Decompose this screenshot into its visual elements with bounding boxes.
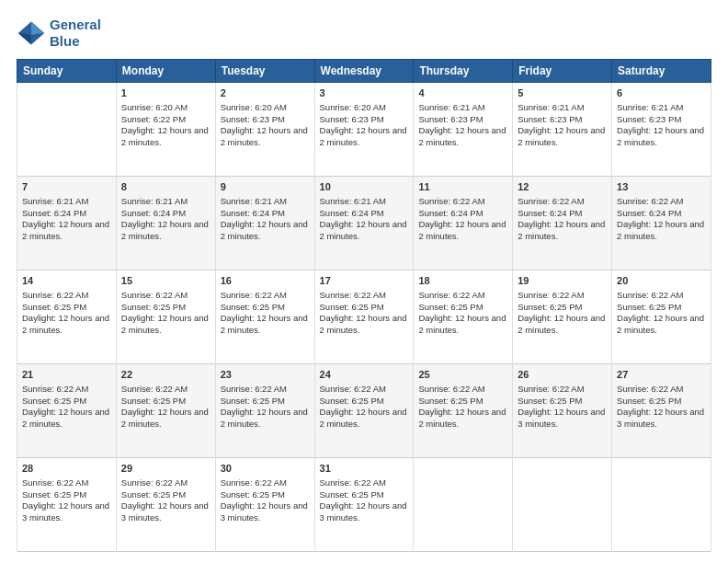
sunrise-text: Sunrise: 6:22 AM	[221, 290, 310, 302]
sunrise-text: Sunrise: 6:22 AM	[320, 477, 409, 489]
daylight-text: Daylight: 12 hours and 2 minutes.	[418, 313, 507, 337]
day-number: 15	[121, 274, 210, 288]
sunrise-text: Sunrise: 6:21 AM	[121, 196, 210, 208]
sunrise-text: Sunrise: 6:22 AM	[221, 384, 310, 396]
logo-icon	[17, 18, 46, 48]
sunrise-text: Sunrise: 6:22 AM	[617, 196, 706, 208]
day-cell: 16Sunrise: 6:22 AMSunset: 6:25 PMDayligh…	[215, 270, 314, 364]
daylight-text: Daylight: 12 hours and 3 minutes.	[320, 500, 409, 524]
sunrise-text: Sunrise: 6:21 AM	[418, 102, 507, 114]
svg-marker-2	[18, 33, 31, 44]
day-cell: 28Sunrise: 6:22 AMSunset: 6:25 PMDayligh…	[17, 458, 117, 552]
daylight-text: Daylight: 12 hours and 3 minutes.	[617, 407, 706, 431]
day-cell: 20Sunrise: 6:22 AMSunset: 6:25 PMDayligh…	[612, 270, 711, 364]
sunset-text: Sunset: 6:24 PM	[518, 208, 607, 220]
day-cell: 8Sunrise: 6:21 AMSunset: 6:24 PMDaylight…	[116, 177, 215, 270]
day-cell: 27Sunrise: 6:22 AMSunset: 6:25 PMDayligh…	[612, 364, 711, 458]
day-number: 27	[617, 368, 706, 382]
sunrise-text: Sunrise: 6:22 AM	[418, 290, 507, 302]
sunrise-text: Sunrise: 6:22 AM	[518, 384, 607, 396]
daylight-text: Daylight: 12 hours and 2 minutes.	[320, 125, 409, 149]
daylight-text: Daylight: 12 hours and 2 minutes.	[518, 125, 607, 149]
page: General Blue SundayMondayTuesdayWednesda…	[0, 0, 728, 563]
daylight-text: Daylight: 12 hours and 2 minutes.	[418, 219, 507, 243]
sunset-text: Sunset: 6:24 PM	[221, 208, 310, 220]
day-cell: 6Sunrise: 6:21 AMSunset: 6:23 PMDaylight…	[612, 83, 711, 177]
day-cell	[513, 458, 612, 552]
week-row-2: 7Sunrise: 6:21 AMSunset: 6:24 PMDaylight…	[17, 177, 711, 270]
day-number: 20	[617, 274, 706, 288]
day-number: 2	[221, 86, 310, 100]
sunrise-text: Sunrise: 6:20 AM	[121, 102, 210, 114]
sunrise-text: Sunrise: 6:22 AM	[418, 196, 507, 208]
logo-general: General	[50, 17, 101, 32]
day-cell: 30Sunrise: 6:22 AMSunset: 6:25 PMDayligh…	[215, 458, 314, 552]
day-cell: 15Sunrise: 6:22 AMSunset: 6:25 PMDayligh…	[116, 270, 215, 364]
sunrise-text: Sunrise: 6:22 AM	[22, 384, 111, 396]
calendar-table: SundayMondayTuesdayWednesdayThursdayFrid…	[17, 59, 711, 552]
daylight-text: Daylight: 12 hours and 2 minutes.	[22, 407, 111, 431]
day-number: 4	[418, 86, 507, 100]
week-row-3: 14Sunrise: 6:22 AMSunset: 6:25 PMDayligh…	[17, 270, 711, 364]
day-number: 23	[221, 368, 310, 382]
daylight-text: Daylight: 12 hours and 2 minutes.	[617, 313, 706, 337]
daylight-text: Daylight: 12 hours and 2 minutes.	[518, 313, 607, 337]
sunset-text: Sunset: 6:23 PM	[221, 114, 310, 126]
day-number: 7	[22, 180, 111, 194]
daylight-text: Daylight: 12 hours and 2 minutes.	[221, 125, 310, 149]
sunrise-text: Sunrise: 6:22 AM	[121, 477, 210, 489]
week-row-4: 21Sunrise: 6:22 AMSunset: 6:25 PMDayligh…	[17, 364, 711, 458]
day-number: 12	[518, 180, 607, 194]
day-number: 10	[320, 180, 409, 194]
daylight-text: Daylight: 12 hours and 2 minutes.	[617, 125, 706, 149]
day-cell	[414, 458, 513, 552]
day-cell: 14Sunrise: 6:22 AMSunset: 6:25 PMDayligh…	[17, 270, 117, 364]
sunrise-text: Sunrise: 6:22 AM	[121, 290, 210, 302]
logo-text: General Blue	[50, 17, 101, 50]
sunrise-text: Sunrise: 6:21 AM	[320, 196, 409, 208]
day-number: 28	[22, 462, 111, 476]
day-number: 9	[221, 180, 310, 194]
day-number: 8	[121, 180, 210, 194]
sunrise-text: Sunrise: 6:22 AM	[320, 290, 409, 302]
col-header-tuesday: Tuesday	[215, 60, 314, 83]
day-number: 16	[221, 274, 310, 288]
sunrise-text: Sunrise: 6:21 AM	[22, 196, 111, 208]
sunrise-text: Sunrise: 6:22 AM	[418, 384, 507, 396]
sunrise-text: Sunrise: 6:21 AM	[221, 196, 310, 208]
daylight-text: Daylight: 12 hours and 2 minutes.	[121, 407, 210, 431]
day-cell: 9Sunrise: 6:21 AMSunset: 6:24 PMDaylight…	[215, 177, 314, 270]
day-number: 19	[518, 274, 607, 288]
daylight-text: Daylight: 12 hours and 2 minutes.	[221, 219, 310, 243]
daylight-text: Daylight: 12 hours and 2 minutes.	[518, 219, 607, 243]
sunset-text: Sunset: 6:25 PM	[418, 302, 507, 314]
day-cell: 1Sunrise: 6:20 AMSunset: 6:22 PMDaylight…	[116, 83, 215, 177]
day-cell: 18Sunrise: 6:22 AMSunset: 6:25 PMDayligh…	[414, 270, 513, 364]
day-number: 5	[518, 86, 607, 100]
day-number: 31	[320, 462, 409, 476]
sunrise-text: Sunrise: 6:22 AM	[320, 384, 409, 396]
daylight-text: Daylight: 12 hours and 2 minutes.	[121, 125, 210, 149]
daylight-text: Daylight: 12 hours and 2 minutes.	[22, 219, 111, 243]
col-header-friday: Friday	[513, 60, 612, 83]
daylight-text: Daylight: 12 hours and 2 minutes.	[320, 407, 409, 431]
daylight-text: Daylight: 12 hours and 3 minutes.	[221, 500, 310, 524]
daylight-text: Daylight: 12 hours and 3 minutes.	[121, 500, 210, 524]
day-number: 6	[617, 86, 706, 100]
day-number: 17	[320, 274, 409, 288]
week-row-1: 1Sunrise: 6:20 AMSunset: 6:22 PMDaylight…	[17, 83, 711, 177]
sunrise-text: Sunrise: 6:21 AM	[617, 102, 706, 114]
sunset-text: Sunset: 6:25 PM	[22, 302, 111, 314]
sunrise-text: Sunrise: 6:20 AM	[221, 102, 310, 114]
daylight-text: Daylight: 12 hours and 3 minutes.	[22, 500, 111, 524]
day-number: 25	[418, 368, 507, 382]
sunrise-text: Sunrise: 6:22 AM	[518, 196, 607, 208]
sunset-text: Sunset: 6:25 PM	[617, 396, 706, 408]
sunrise-text: Sunrise: 6:22 AM	[617, 384, 706, 396]
day-number: 14	[22, 274, 111, 288]
logo: General Blue	[17, 17, 101, 50]
day-number: 22	[121, 368, 210, 382]
daylight-text: Daylight: 12 hours and 2 minutes.	[221, 407, 310, 431]
svg-marker-1	[31, 22, 44, 35]
day-cell: 31Sunrise: 6:22 AMSunset: 6:25 PMDayligh…	[314, 458, 414, 552]
